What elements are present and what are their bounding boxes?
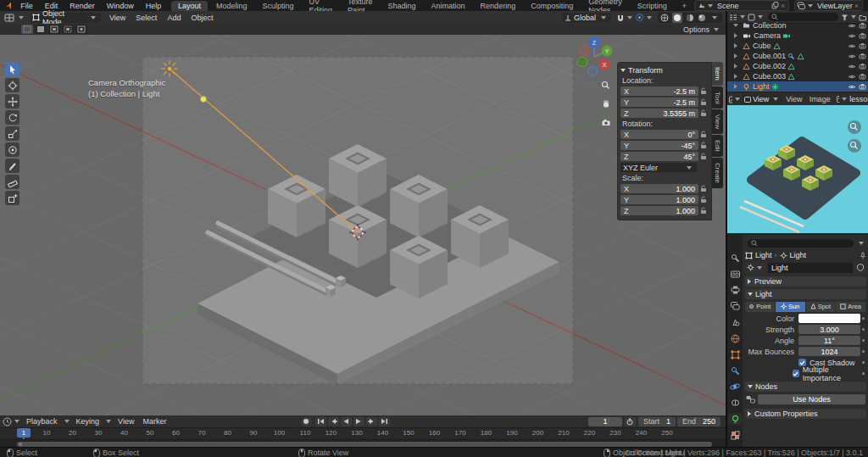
unlink-scene-icon[interactable]: × xyxy=(779,2,787,10)
light-type-spot[interactable]: Spot xyxy=(806,302,837,312)
disable-render-icon[interactable] xyxy=(859,63,866,70)
scale-y-field[interactable]: Y1.000 xyxy=(620,195,698,204)
custom-properties-panel-header[interactable]: Custom Properties xyxy=(745,409,866,419)
properties-search-input[interactable] xyxy=(748,239,854,248)
light-panel-header[interactable]: Light xyxy=(745,289,866,299)
animate-dot[interactable] xyxy=(860,350,866,353)
menu-help[interactable]: Help xyxy=(140,2,168,10)
select-mode-box-button[interactable] xyxy=(35,25,47,34)
filter-caret-icon[interactable] xyxy=(851,15,856,19)
add-cube-tool-button[interactable] xyxy=(5,191,19,205)
ruler-tick[interactable]: 10 xyxy=(36,429,57,437)
current-frame-field[interactable]: 1 xyxy=(588,417,622,426)
ruler-tick[interactable]: 230 xyxy=(605,429,626,437)
ruler-tick[interactable]: 20 xyxy=(63,429,83,437)
outliner-row-light[interactable]: Light xyxy=(727,81,868,92)
outliner-row-cube-002[interactable]: Cube.002 xyxy=(727,61,868,71)
jump-to-end-button[interactable] xyxy=(379,417,390,426)
timeline-menu-marker[interactable]: Marker xyxy=(138,417,170,426)
datablock-name-field[interactable]: Light xyxy=(768,263,853,273)
viewport-menu-add[interactable]: Add xyxy=(162,14,186,22)
animate-dot[interactable] xyxy=(860,361,866,364)
blender-logo-icon[interactable] xyxy=(5,1,11,10)
annotate-tool-button[interactable] xyxy=(5,159,19,173)
scrollbar-thumb[interactable] xyxy=(17,442,712,447)
transform-panel-header[interactable]: Transform xyxy=(620,64,709,75)
ruler-tick[interactable]: 250 xyxy=(657,429,677,437)
sidebar-tab-create[interactable]: Create xyxy=(712,158,723,188)
animate-dot[interactable] xyxy=(860,328,866,331)
workspace-tab-layout[interactable]: Layout xyxy=(171,1,208,11)
tab-object[interactable] xyxy=(728,348,742,360)
timeline-editor-icon[interactable] xyxy=(3,417,12,426)
properties-filter-caret-icon[interactable] xyxy=(859,242,864,245)
location-z-field[interactable]: Z3.5355 m xyxy=(620,109,698,118)
measure-tool-button[interactable] xyxy=(5,175,19,189)
end-frame-field[interactable]: End250 xyxy=(677,417,721,426)
editor-type-icon[interactable] xyxy=(4,14,14,22)
options-button[interactable]: Options xyxy=(683,25,709,34)
select-mode-lasso-button[interactable] xyxy=(62,25,74,34)
location-x-field[interactable]: X-2.5 m xyxy=(620,86,698,96)
shading-rendered-icon[interactable] xyxy=(698,14,706,22)
ruler-tick[interactable]: 220 xyxy=(580,429,600,437)
expand-arrow-icon[interactable] xyxy=(734,43,737,48)
image-editor-icon[interactable] xyxy=(729,96,732,103)
playhead[interactable]: 1 xyxy=(17,428,31,437)
animate-dot[interactable] xyxy=(860,317,866,320)
scale-z-field[interactable]: Z1.000 xyxy=(620,206,698,215)
workspace-tab-shading[interactable]: Shading xyxy=(381,1,423,11)
ruler-tick[interactable]: 210 xyxy=(554,429,574,437)
timeline-menu-playback[interactable]: Playback xyxy=(22,417,62,426)
transform-tool-button[interactable] xyxy=(5,142,19,157)
tab-render[interactable] xyxy=(728,268,742,280)
shading-material-icon[interactable] xyxy=(686,14,694,22)
animate-dot[interactable] xyxy=(860,339,866,342)
tab-texture[interactable] xyxy=(728,429,742,441)
expand-arrow-icon[interactable] xyxy=(734,84,737,89)
timeline-editor-caret-icon[interactable] xyxy=(14,420,19,423)
image-mode-dropdown[interactable]: View xyxy=(743,94,782,104)
prev-keyframe-button[interactable] xyxy=(328,417,339,426)
sidebar-tab-view[interactable]: View xyxy=(712,109,723,134)
proportional-caret-icon[interactable] xyxy=(647,16,652,20)
nodes-panel-header[interactable]: Nodes xyxy=(745,382,866,392)
select-mode-tweak-button[interactable] xyxy=(21,25,33,34)
scene-selector[interactable]: Scene × xyxy=(694,0,789,11)
play-reverse-button[interactable] xyxy=(341,417,352,426)
timeline-menu-view[interactable]: View xyxy=(114,417,138,426)
use-preview-range-button[interactable] xyxy=(625,417,636,426)
select-tool-button[interactable] xyxy=(5,62,19,76)
ruler-tick[interactable]: 90 xyxy=(243,429,264,437)
workspace-tab-modeling[interactable]: Modeling xyxy=(209,1,254,11)
workspace-tab-compositing[interactable]: Compositing xyxy=(524,1,580,11)
outliner-row-cube[interactable]: Cube xyxy=(727,41,868,51)
select-mode-circle-button[interactable] xyxy=(48,25,60,34)
jump-to-start-button[interactable] xyxy=(315,417,326,426)
hide-eye-icon[interactable] xyxy=(848,74,856,80)
lock-icon[interactable] xyxy=(698,87,709,95)
playback-caret-icon[interactable] xyxy=(64,420,70,423)
disable-render-icon[interactable] xyxy=(859,22,866,29)
timeline-ruler[interactable]: 1020304050607080901001101201301401501601… xyxy=(0,428,726,440)
filter-funnel-icon[interactable] xyxy=(841,14,849,21)
hide-eye-icon[interactable] xyxy=(848,23,856,29)
ruler-tick[interactable]: 30 xyxy=(88,429,108,437)
strength-field[interactable]: 3.000 xyxy=(798,325,860,334)
mode-dropdown[interactable]: Object Mode xyxy=(30,13,101,23)
outliner-row-cube-001[interactable]: Cube.001 xyxy=(727,51,868,61)
use-nodes-button[interactable]: Use Nodes xyxy=(758,394,865,404)
lock-icon[interactable] xyxy=(698,142,709,149)
animate-dot[interactable] xyxy=(861,372,866,375)
workspace-tab-sculpting[interactable]: Sculpting xyxy=(255,1,300,11)
add-workspace-button[interactable]: + xyxy=(676,1,693,11)
tab-world[interactable] xyxy=(728,332,742,344)
lock-icon[interactable] xyxy=(698,196,709,203)
outliner-editor-icon[interactable] xyxy=(729,14,737,21)
ruler-tick[interactable]: 150 xyxy=(398,429,419,437)
lock-icon[interactable] xyxy=(698,185,709,192)
disable-render-icon[interactable] xyxy=(859,42,866,49)
move-tool-button[interactable] xyxy=(5,94,19,109)
image-editor-caret-icon[interactable] xyxy=(735,98,740,101)
rotation-x-field[interactable]: X0° xyxy=(620,130,698,139)
